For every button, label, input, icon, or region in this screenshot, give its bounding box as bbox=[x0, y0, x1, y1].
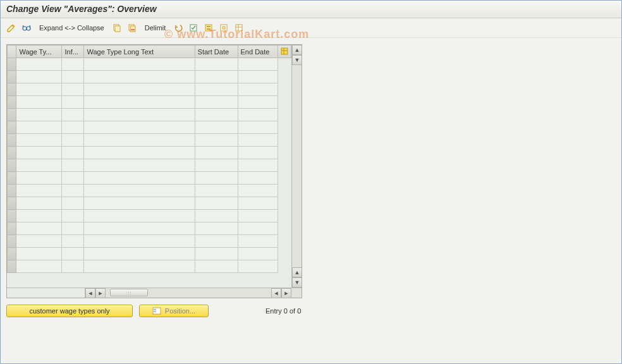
row-selector[interactable] bbox=[8, 172, 16, 185]
table-settings-icon[interactable] bbox=[233, 21, 245, 34]
customer-wage-types-button[interactable]: customer wage types only bbox=[6, 305, 133, 317]
table-cell[interactable] bbox=[84, 71, 195, 83]
col-configure[interactable] bbox=[278, 46, 291, 58]
table-cell[interactable] bbox=[62, 134, 84, 147]
table-cell[interactable] bbox=[16, 134, 62, 147]
table-cell[interactable] bbox=[84, 96, 195, 109]
table-cell[interactable] bbox=[16, 185, 62, 197]
table-cell[interactable] bbox=[62, 185, 84, 197]
table-cell[interactable] bbox=[238, 222, 278, 235]
table-cell[interactable] bbox=[16, 96, 62, 109]
row-selector[interactable] bbox=[8, 58, 16, 71]
table-cell[interactable] bbox=[62, 248, 84, 260]
table-row[interactable] bbox=[8, 159, 291, 172]
table-cell[interactable] bbox=[195, 210, 238, 222]
row-selector[interactable] bbox=[8, 147, 16, 159]
table-cell[interactable] bbox=[238, 109, 278, 121]
table-cell[interactable] bbox=[195, 235, 238, 248]
undo-icon[interactable] bbox=[172, 21, 185, 34]
deselect-icon[interactable] bbox=[217, 21, 230, 34]
table-row[interactable] bbox=[8, 210, 291, 222]
table-cell[interactable] bbox=[195, 96, 238, 109]
hscroll-thumb[interactable]: ::: bbox=[110, 289, 148, 296]
row-selector[interactable] bbox=[8, 159, 16, 172]
table-cell[interactable] bbox=[195, 58, 238, 71]
table-row[interactable] bbox=[8, 121, 291, 134]
table-cell[interactable] bbox=[238, 210, 278, 222]
table-row[interactable] bbox=[8, 147, 291, 159]
row-selector[interactable] bbox=[8, 185, 16, 197]
copy2-icon[interactable] bbox=[126, 21, 138, 34]
col-end-date[interactable]: End Date bbox=[238, 46, 278, 58]
table-cell[interactable] bbox=[62, 83, 84, 96]
table-cell[interactable] bbox=[62, 210, 84, 222]
table-cell[interactable] bbox=[16, 222, 62, 235]
table-cell[interactable] bbox=[84, 121, 195, 134]
table-cell[interactable] bbox=[195, 185, 238, 197]
table-cell[interactable] bbox=[62, 159, 84, 172]
hscroll-track[interactable]: ::: bbox=[106, 288, 271, 298]
scroll-left-small-icon[interactable]: ◄ bbox=[271, 288, 281, 298]
table-cell[interactable] bbox=[238, 83, 278, 96]
table-row[interactable] bbox=[8, 197, 291, 210]
scroll-right-icon[interactable]: ► bbox=[281, 288, 291, 298]
table-cell[interactable] bbox=[238, 134, 278, 147]
table-cell[interactable] bbox=[16, 121, 62, 134]
row-selector[interactable] bbox=[8, 71, 16, 83]
table-cell[interactable] bbox=[84, 197, 195, 210]
row-selector[interactable] bbox=[8, 248, 16, 260]
table-row[interactable] bbox=[8, 172, 291, 185]
table-row[interactable] bbox=[8, 248, 291, 260]
position-button[interactable]: Position... bbox=[139, 305, 209, 317]
table-cell[interactable] bbox=[62, 147, 84, 159]
table-cell[interactable] bbox=[195, 248, 238, 260]
table-cell[interactable] bbox=[84, 185, 195, 197]
table-cell[interactable] bbox=[238, 248, 278, 260]
table-cell[interactable] bbox=[84, 172, 195, 185]
select-block-icon[interactable] bbox=[202, 21, 215, 34]
table-cell[interactable] bbox=[195, 71, 238, 83]
scroll-down-small-icon[interactable]: ▼ bbox=[292, 55, 302, 65]
scroll-up-small-icon[interactable]: ▲ bbox=[292, 267, 302, 277]
table-cell[interactable] bbox=[84, 260, 195, 273]
row-selector[interactable] bbox=[8, 197, 16, 210]
col-inf[interactable]: Inf... bbox=[62, 46, 84, 58]
table-cell[interactable] bbox=[195, 260, 238, 273]
row-selector[interactable] bbox=[8, 121, 16, 134]
table-cell[interactable] bbox=[238, 58, 278, 71]
scroll-right-small-icon[interactable]: ► bbox=[95, 288, 106, 298]
table-row[interactable] bbox=[8, 185, 291, 197]
table-cell[interactable] bbox=[16, 58, 62, 71]
table-cell[interactable] bbox=[16, 159, 62, 172]
table-cell[interactable] bbox=[195, 109, 238, 121]
table-cell[interactable] bbox=[16, 109, 62, 121]
row-selector[interactable] bbox=[8, 83, 16, 96]
table-cell[interactable] bbox=[84, 147, 195, 159]
table-cell[interactable] bbox=[195, 172, 238, 185]
table-cell[interactable] bbox=[238, 147, 278, 159]
table-cell[interactable] bbox=[62, 260, 84, 273]
table-cell[interactable] bbox=[62, 71, 84, 83]
row-selector[interactable] bbox=[8, 210, 16, 222]
table-cell[interactable] bbox=[16, 172, 62, 185]
change-icon[interactable] bbox=[5, 21, 18, 34]
table-cell[interactable] bbox=[238, 121, 278, 134]
table-cell[interactable] bbox=[238, 172, 278, 185]
table-row[interactable] bbox=[8, 235, 291, 248]
table-cell[interactable] bbox=[195, 159, 238, 172]
scroll-left-icon[interactable]: ◄ bbox=[85, 288, 95, 298]
select-all-icon[interactable] bbox=[187, 21, 200, 34]
table-cell[interactable] bbox=[62, 222, 84, 235]
row-selector[interactable] bbox=[8, 260, 16, 273]
table-cell[interactable] bbox=[62, 96, 84, 109]
table-cell[interactable] bbox=[195, 147, 238, 159]
table-row[interactable] bbox=[8, 134, 291, 147]
row-selector-header[interactable] bbox=[8, 46, 16, 58]
table-cell[interactable] bbox=[16, 248, 62, 260]
table-row[interactable] bbox=[8, 260, 291, 273]
table-cell[interactable] bbox=[195, 197, 238, 210]
scroll-down-icon[interactable]: ▼ bbox=[292, 277, 302, 288]
table-cell[interactable] bbox=[16, 260, 62, 273]
row-selector[interactable] bbox=[8, 109, 16, 121]
table-cell[interactable] bbox=[84, 248, 195, 260]
